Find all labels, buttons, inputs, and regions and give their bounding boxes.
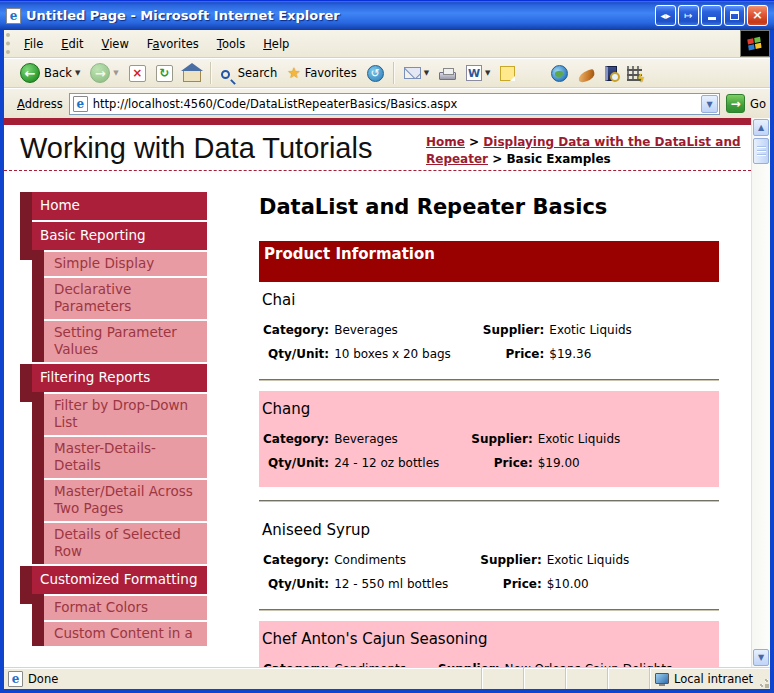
status-cell xyxy=(481,668,523,689)
pixel-grid-icon xyxy=(627,66,642,81)
sidebar-item-tab xyxy=(32,523,44,564)
edit-word-button[interactable]: W ▼ xyxy=(462,63,494,83)
back-dropdown-icon: ▼ xyxy=(75,69,80,77)
go-label: Go xyxy=(750,97,766,111)
sidebar-item-home[interactable]: Home xyxy=(20,192,207,220)
print-button[interactable] xyxy=(435,64,460,82)
go-button[interactable]: → Go xyxy=(726,94,766,113)
main-column: DataList and Repeater Basics Product Inf… xyxy=(259,195,719,667)
security-zone-section: Local intranet xyxy=(649,668,756,689)
back-button[interactable]: ← Back ▼ xyxy=(16,61,84,85)
edit-dropdown-icon: ▼ xyxy=(485,69,490,77)
sidebar-item-tab xyxy=(32,321,44,362)
menu-tools[interactable]: Tools xyxy=(208,33,254,55)
resize-grip[interactable] xyxy=(756,668,770,689)
menu-file[interactable]: File xyxy=(15,33,52,55)
throbber xyxy=(740,30,770,57)
sidebar-item-format-colors[interactable]: Format Colors xyxy=(20,596,207,620)
scroll-down-button[interactable]: ▼ xyxy=(753,649,769,666)
sidebar-item-label: Custom Content in a xyxy=(44,622,207,646)
stop-icon: × xyxy=(129,65,146,82)
sidebar-item-tab xyxy=(32,278,44,319)
local-intranet-icon xyxy=(655,673,669,684)
popout-button[interactable]: ↦ xyxy=(678,5,699,26)
address-dropdown-button[interactable]: ▼ xyxy=(701,95,718,113)
sidebar-item-details-of-selected-row[interactable]: Details of Selected Row xyxy=(20,523,207,564)
sidebar-item-declarative-parameters[interactable]: Declarative Parameters xyxy=(20,278,207,319)
menu-edit[interactable]: Edit xyxy=(52,33,92,55)
discuss-button[interactable] xyxy=(496,64,519,83)
minimize-icon xyxy=(708,6,716,20)
field-label: Qty/Unit: xyxy=(263,342,334,366)
product-details-table: Category: Condiments Supplier: Exotic Li… xyxy=(263,548,629,596)
address-label: Address xyxy=(17,97,63,111)
search-button[interactable]: Search xyxy=(217,64,282,82)
menu-favorites[interactable]: Favorites xyxy=(138,33,208,55)
sidebar-item-setting-parameter-values[interactable]: Setting Parameter Values xyxy=(20,321,207,362)
sidebar-item-simple-display[interactable]: Simple Display xyxy=(20,252,207,276)
windows-logo-icon xyxy=(747,36,762,51)
field-value: Beverages xyxy=(334,318,483,342)
stop-button[interactable]: × xyxy=(125,63,150,84)
breadcrumb-separator: > xyxy=(465,135,483,149)
field-label: Supplier: xyxy=(480,548,546,572)
scrollbar-thumb[interactable] xyxy=(753,138,769,164)
sidebar-item-basic-reporting[interactable]: Basic Reporting xyxy=(20,222,207,250)
product-name: Chang xyxy=(259,391,719,420)
field-value: Condiments xyxy=(334,548,480,572)
field-value: Exotic Liquids xyxy=(549,318,632,342)
sidebar-item-tab xyxy=(32,596,44,620)
field-label: Category: xyxy=(263,548,334,572)
switch-window-button[interactable]: ◂▸ xyxy=(655,5,676,26)
sidebar-item-label: Filtering Reports xyxy=(32,364,207,392)
field-value: 10 boxes x 20 bags xyxy=(334,342,483,366)
breadcrumb-link-home[interactable]: Home xyxy=(426,135,465,149)
forward-button[interactable]: → ▼ xyxy=(86,61,122,85)
sidebar-item-customized-formatting[interactable]: Customized Formatting xyxy=(20,566,207,594)
sidebar-item-label: Basic Reporting xyxy=(32,222,207,250)
research-button[interactable] xyxy=(601,64,621,83)
forward-icon: → xyxy=(90,63,110,83)
minimize-button[interactable] xyxy=(701,5,722,26)
sidebar-item-tab xyxy=(20,566,32,594)
ie-window-icon: e xyxy=(6,8,21,24)
globe-tool-button[interactable] xyxy=(547,63,572,84)
sidebar-item-label: Customized Formatting xyxy=(32,566,207,594)
favorites-button[interactable]: ★ Favorites xyxy=(283,62,360,84)
close-button[interactable]: × xyxy=(747,5,768,26)
field-label: Category: xyxy=(263,657,334,667)
product-name: Chai xyxy=(259,282,719,311)
sidebar-item-custom-content-in-a[interactable]: Custom Content in a xyxy=(20,622,207,646)
history-button[interactable]: ↺ xyxy=(363,63,388,84)
sidebar-item-filter-by-drop-down-list[interactable]: Filter by Drop-Down List xyxy=(20,394,207,435)
home-button[interactable] xyxy=(179,62,205,84)
home-icon xyxy=(183,70,201,82)
standard-toolbar: ← Back ▼ → ▼ × ↻ Search ★ xyxy=(4,58,770,88)
field-value: $19.00 xyxy=(538,451,621,475)
page-top-band xyxy=(4,118,751,125)
product-item: Chai Category: Beverages Supplier: Exoti… xyxy=(259,282,719,366)
back-icon: ← xyxy=(20,63,40,83)
favorites-star-icon: ★ xyxy=(287,64,300,82)
maximize-button[interactable] xyxy=(724,5,745,26)
sidebar-item-master-detail-across-two-pages[interactable]: Master/Detail Across Two Pages xyxy=(20,480,207,521)
scrollbar-track[interactable] xyxy=(752,165,770,648)
messenger-button[interactable] xyxy=(623,64,646,83)
toolbar-grip[interactable] xyxy=(6,33,14,54)
field-label: Price: xyxy=(480,572,546,596)
address-input[interactable]: e http://localhost:4560/Code/DataListRep… xyxy=(69,93,720,115)
product-item: Aniseed Syrup Category: Condiments Suppl… xyxy=(259,512,719,596)
sidebar-item-filtering-reports[interactable]: Filtering Reports xyxy=(20,364,207,392)
status-text-section: e Done xyxy=(4,671,481,687)
page-body: HomeBasic ReportingSimple DisplayDeclara… xyxy=(4,171,751,667)
scroll-up-button[interactable]: ▲ xyxy=(753,119,769,136)
toolbar-separator xyxy=(393,62,395,84)
sidebar-item-master-details-details[interactable]: Master-Details-Details xyxy=(20,437,207,478)
menu-view[interactable]: View xyxy=(93,33,138,55)
vertical-scrollbar[interactable]: ▲ ▼ xyxy=(751,118,770,667)
swoosh-tool-button[interactable] xyxy=(574,64,599,83)
field-label: Qty/Unit: xyxy=(263,572,334,596)
refresh-button[interactable]: ↻ xyxy=(152,63,177,84)
menu-help[interactable]: Help xyxy=(254,33,298,55)
mail-button[interactable]: ▼ xyxy=(400,65,433,81)
